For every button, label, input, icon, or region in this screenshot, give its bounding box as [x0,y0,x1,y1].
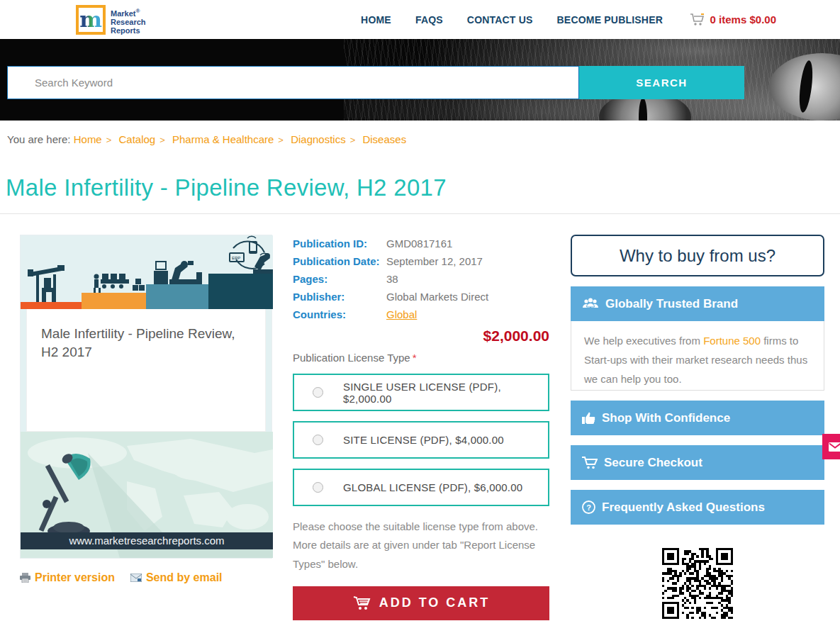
required-asterisk: * [413,352,417,364]
breadcrumb-diseases[interactable]: Diseases [362,133,406,145]
qr-code [662,548,733,619]
panel-secure-checkout[interactable]: Secure Checkout [571,445,824,480]
detail-row-publication-id: Publication ID: GMD0817161 [293,235,549,252]
license-type-label: Publication License Type* [293,352,549,364]
nav-home[interactable]: HOME [361,14,391,26]
radio-button[interactable] [313,387,323,398]
cart-count-text: 0 items $0.00 [710,13,776,26]
page-title: Male Infertility - Pipeline Review, H2 2… [6,174,447,201]
main-nav: HOME FAQS CONTACT US BECOME PUBLISHER [361,0,663,39]
newsletter-envelope-tab[interactable] [822,434,840,459]
thumbs-up-icon [582,412,595,425]
industry-illustration: ERP [21,235,273,309]
printer-version-link[interactable]: Printer version [20,571,115,584]
detail-row-publisher: Publisher: Global Markets Direct [293,288,549,306]
breadcrumb-home[interactable]: Home [74,133,102,145]
trusted-brand-body: We help executives from Fortune 500 firm… [571,321,824,391]
question-circle-icon: ? [582,500,595,514]
users-group-icon [582,298,599,310]
logo-m-icon: m [76,5,106,35]
svg-text:?: ? [586,503,591,512]
site-logo[interactable]: m Market® Research Reports [76,5,146,35]
nav-become-publisher[interactable]: BECOME PUBLISHER [557,14,663,26]
radio-button[interactable] [313,435,323,445]
search-input[interactable] [7,66,579,99]
panel-faq[interactable]: ? Frequently Asked Questions [571,490,824,525]
cart-icon [690,13,705,26]
product-caption-wrap: Male Infertility - Pipeline Review, H2 2… [21,309,271,432]
breadcrumb-catalog[interactable]: Catalog [118,133,155,145]
add-to-cart-button[interactable]: ADD TO CART [293,586,549,620]
product-actions: Printer version Send by email [20,571,272,584]
nav-faqs[interactable]: FAQS [415,14,443,26]
breadcrumb-diagnostics[interactable]: Diagnostics [291,133,346,145]
radio-button[interactable] [313,482,323,493]
registered-mark: ® [135,8,140,14]
license-note: Please choose the suitable license type … [293,518,542,574]
fortune-500-highlight: Fortune 500 [703,335,761,347]
cart-icon [352,595,371,611]
product-image-column: ERP Male Infertility - Pipeline Review, … [20,235,272,584]
panel-globally-trusted-brand[interactable]: Globally Trusted Brand [571,286,824,321]
detail-row-pages: Pages: 38 [293,270,549,288]
envelope-icon [829,442,840,452]
hero-banner: SEARCH [0,39,840,121]
logo-text: Market® Research Reports [111,5,146,35]
printer-icon [20,573,30,583]
cart-summary[interactable]: 0 items $0.00 [690,0,776,39]
license-option-site[interactable]: SITE LICENSE (PDF), $4,000.00 [293,421,549,459]
detail-row-publication-date: Publication Date: September 12, 2017 [293,252,549,270]
breadcrumb-separator: > [278,135,284,145]
breadcrumb-separator: > [350,135,356,145]
site-header: m Market® Research Reports HOME FAQS CON… [0,0,840,39]
panel-shop-with-confidence[interactable]: Shop With Confidence [571,401,824,435]
send-by-email-link[interactable]: Send by email [130,571,223,584]
product-details-column: Publication ID: GMD0817161 Publication D… [293,235,549,620]
detail-row-countries: Countries: Global [293,306,549,323]
breadcrumb-prefix: You are here: [7,133,71,145]
product-caption: Male Infertility - Pipeline Review, H2 2… [26,309,266,432]
search-button[interactable]: SEARCH [579,66,744,99]
why-to-buy-heading: Why to buy from us? [571,235,824,276]
email-icon [130,574,142,582]
license-option-single-user[interactable]: SINGLE USER LICENSE (PDF), $2,000.00 [293,374,549,411]
divider [0,213,840,214]
product-cover-image: ERP Male Infertility - Pipeline Review, … [20,235,272,559]
product-price: $2,000.00 [293,328,549,345]
product-image-url: www.marketresearchreports.com [68,535,224,547]
lamp-map-illustration: www.marketresearchreports.com [21,432,273,558]
cart-icon [582,457,598,469]
breadcrumb-separator: > [106,135,112,145]
breadcrumb-separator: > [159,135,165,145]
breadcrumb-pharma-healthcare[interactable]: Pharma & Healthcare [172,133,274,145]
qr-code-wrap [571,548,824,621]
sidebar-column: Why to buy from us? Globally Trusted Bra… [571,235,824,621]
license-option-global[interactable]: GLOBAL LICENSE (PDF), $6,000.00 [293,469,549,506]
nav-contact-us[interactable]: CONTACT US [467,14,533,26]
breadcrumb: You are here: Home> Catalog> Pharma & He… [7,133,406,145]
countries-global-link[interactable]: Global [386,308,417,320]
